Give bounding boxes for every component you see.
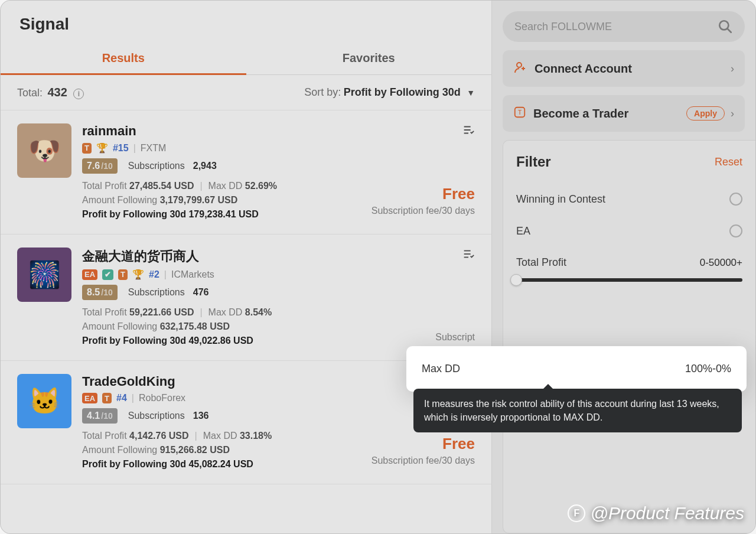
chevron-down-icon: ▼ [467, 88, 475, 97]
rank: #15 [113, 143, 129, 154]
subscriptions-count: 476 [193, 287, 209, 298]
sort-label: Sort by: [304, 86, 341, 98]
person-plus-icon [513, 60, 527, 77]
sort-value: Profit by Following 30d [344, 86, 461, 98]
signal-name[interactable]: 金融大道的货币商人 [82, 248, 475, 265]
filter-total-profit-label: Total Profit [516, 256, 566, 269]
subscriptions-label: Subscriptions [128, 287, 185, 298]
trophy-icon: 🏆 [96, 142, 108, 154]
sort-dropdown[interactable]: Sort by: Profit by Following 30d ▼ [304, 86, 475, 99]
signal-name[interactable]: rainmain [82, 123, 475, 139]
ea-badge-icon: EA [82, 393, 97, 403]
total-count: Total: 432 i [17, 86, 84, 99]
tabs: Results Favorites [1, 40, 491, 75]
max-dd-tooltip: It measures the risk control ability of … [413, 389, 742, 432]
verified-badge-icon: ✔ [102, 269, 113, 280]
watermark-text: @Product Features [590, 503, 744, 523]
price-value: Free [372, 185, 475, 203]
broker: RoboForex [139, 393, 185, 403]
rank: #4 [116, 393, 127, 403]
filter-total-profit-value: 0-50000+ [700, 257, 742, 269]
bookmark-icon[interactable] [462, 248, 475, 263]
svg-line-10 [727, 28, 731, 32]
search-icon [718, 19, 733, 34]
score-pill: 7.6/10 [82, 158, 118, 174]
trader-badge-icon: T [82, 143, 92, 154]
score-pill: 4.1/10 [82, 408, 118, 424]
filter-title: Filter [516, 154, 551, 170]
svg-text:T: T [518, 109, 522, 116]
filter-ea-label: EA [516, 225, 530, 237]
rank: #2 [149, 269, 159, 280]
connect-account-label: Connect Account [535, 62, 731, 76]
signal-card[interactable]: 🎆 金融大道的货币商人 EA✔T 🏆 #2 | ICMarkets 8.5/10… [1, 235, 491, 361]
price-value: Free [372, 435, 475, 453]
price-label: Subscription fee/30 days [372, 206, 475, 216]
trader-badge-icon: T [102, 393, 112, 403]
subscriptions-count: 136 [193, 411, 209, 421]
chevron-right-icon: › [731, 108, 734, 120]
watermark-logo-icon: F [568, 504, 585, 522]
ea-badge-icon: EA [82, 269, 97, 280]
signal-card[interactable]: 🐶 rainmain T 🏆 #15 | FXTM 7.6/10 Subscri… [1, 110, 491, 235]
subscriptions-label: Subscriptions [128, 411, 185, 421]
become-trader-label: Become a Trader [533, 107, 686, 121]
max-dd-label: Max DD [422, 363, 460, 375]
info-icon[interactable]: i [73, 89, 84, 99]
chevron-right-icon: › [731, 63, 734, 75]
search-bar[interactable] [503, 11, 745, 42]
total-count-value: 432 [47, 86, 67, 99]
tab-results[interactable]: Results [1, 40, 246, 74]
broker: ICMarkets [171, 269, 214, 280]
svg-point-11 [517, 63, 522, 67]
trader-badge-icon: T [118, 269, 128, 280]
stat-total-profit: Total Profit 59,221.66 USD|Max DD 8.54% [82, 307, 475, 318]
search-input[interactable] [514, 21, 718, 33]
filter-winning-label: Winning in Contest [516, 193, 605, 206]
slider-thumb[interactable] [510, 274, 522, 286]
avatar[interactable]: 🐱 [17, 374, 71, 428]
watermark: F @Product Features [568, 503, 744, 523]
become-trader-button[interactable]: T Become a Trader Apply › [503, 95, 745, 132]
apply-button[interactable]: Apply [686, 106, 725, 121]
stat-amount-following: Amount Following 632,175.48 USD [82, 321, 475, 332]
total-label: Total: [17, 87, 43, 99]
subscriptions-label: Subscriptions [128, 161, 185, 171]
price-label: Subscription fee/30 days [372, 455, 475, 466]
max-dd-range: 100%-0% [685, 363, 731, 375]
max-dd-popover: Max DD 100%-0% [406, 346, 747, 392]
broker: FXTM [141, 143, 167, 154]
filter-winning-radio[interactable] [729, 193, 742, 206]
avatar[interactable]: 🐶 [17, 123, 71, 178]
filter-panel: Filter Reset Winning in Contest EA Total… [503, 140, 755, 533]
price-label: Subscript [435, 332, 475, 343]
score-pill: 8.5/10 [82, 285, 118, 300]
stat-profit-following: Profit by Following 30d 49,022.86 USD [82, 336, 475, 346]
avatar[interactable]: 🎆 [17, 248, 71, 302]
bookmark-icon[interactable] [462, 123, 475, 139]
trader-icon: T [513, 106, 526, 121]
connect-account-button[interactable]: Connect Account › [503, 50, 745, 87]
trophy-icon: 🏆 [132, 269, 144, 280]
tab-favorites[interactable]: Favorites [246, 40, 492, 74]
filter-ea-radio[interactable] [729, 224, 742, 237]
filter-total-profit-slider[interactable] [516, 278, 742, 282]
page-title: Signal [19, 15, 472, 34]
filter-reset-button[interactable]: Reset [715, 156, 742, 168]
subscriptions-count: 2,943 [193, 161, 217, 171]
